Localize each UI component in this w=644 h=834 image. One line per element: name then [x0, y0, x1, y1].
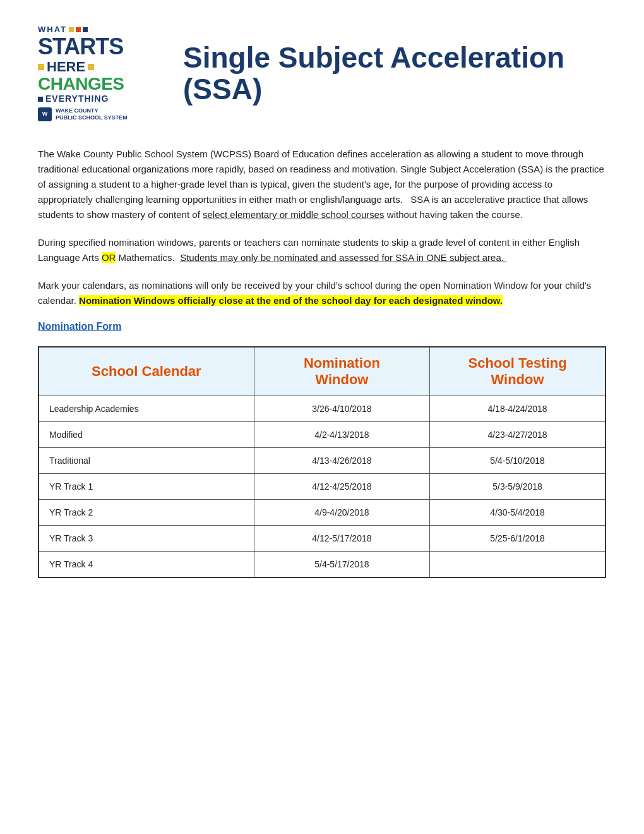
wcpss-text: WAKE COUNTYPUBLIC SCHOOL SYSTEM — [56, 107, 128, 121]
cell-nomination-window: 4/9-4/20/2018 — [254, 500, 429, 526]
wcpss-icon: W — [38, 107, 52, 121]
cell-calendar-name: Leadership Academies — [39, 396, 254, 422]
cell-calendar-name: YR Track 4 — [39, 552, 254, 578]
or-highlight: OR — [102, 252, 116, 263]
cell-testing-window: 4/23-4/27/2018 — [430, 422, 605, 448]
paragraph-1: The Wake County Public School System (WC… — [38, 147, 606, 222]
logo-what-text: WHAT — [38, 25, 67, 34]
col-header-testing: School TestingWindow — [430, 347, 605, 396]
underline-ssa: Students may only be nominated and asses… — [180, 252, 506, 263]
cell-testing-window: 4/30-5/4/2018 — [430, 500, 605, 526]
title-area: Single Subject Acceleration (SSA) — [164, 42, 606, 106]
cell-testing-window: 5/3-5/9/2018 — [430, 474, 605, 500]
col-header-calendar: School Calendar — [39, 347, 254, 396]
logo-sq-blue — [83, 27, 88, 32]
logo-graphic: WHAT STARTS HERE CHANGES EVERYTHING W WA… — [38, 25, 164, 121]
cell-nomination-window: 4/12-5/17/2018 — [254, 526, 429, 552]
logo-sq-yellow — [69, 27, 74, 32]
cell-testing-window: 5/25-6/1/2018 — [430, 526, 605, 552]
main-title: Single Subject Acceleration (SSA) — [183, 42, 606, 106]
logo-area: WHAT STARTS HERE CHANGES EVERYTHING W WA… — [38, 25, 164, 121]
table-row: Modified4/2-4/13/20184/23-4/27/2018 — [39, 422, 605, 448]
cell-calendar-name: YR Track 2 — [39, 500, 254, 526]
cell-nomination-window: 4/12-4/25/2018 — [254, 474, 429, 500]
table-row: YR Track 34/12-5/17/20185/25-6/1/2018 — [39, 526, 605, 552]
cell-calendar-name: Traditional — [39, 448, 254, 474]
table-row: YR Track 24/9-4/20/20184/30-5/4/2018 — [39, 500, 605, 526]
logo-here-text: HERE — [47, 59, 85, 75]
table-row: YR Track 45/4-5/17/2018 — [39, 552, 605, 578]
table-row: YR Track 14/12-4/25/20185/3-5/9/2018 — [39, 474, 605, 500]
logo-changes: CHANGES — [38, 75, 164, 94]
cell-testing-window — [430, 552, 605, 578]
col-header-nomination: NominationWindow — [254, 347, 429, 396]
logo-sq-here-yellow — [38, 64, 44, 70]
wcpss-badge: W WAKE COUNTYPUBLIC SCHOOL SYSTEM — [38, 107, 164, 121]
logo-sq-red — [76, 27, 81, 32]
logo-sq-here-yellow2 — [88, 64, 94, 70]
cell-nomination-window: 4/13-4/26/2018 — [254, 448, 429, 474]
cell-calendar-name: YR Track 1 — [39, 474, 254, 500]
logo-sq-ev — [38, 97, 43, 102]
logo-here-line: HERE — [38, 59, 164, 75]
logo-what: WHAT — [38, 25, 164, 34]
table-header-row: School Calendar NominationWindow School … — [39, 347, 605, 396]
calendar-table: School Calendar NominationWindow School … — [38, 346, 606, 578]
underline-courses: select elementary or middle school cours… — [203, 209, 385, 220]
table-row: Leadership Academies3/26-4/10/20184/18-4… — [39, 396, 605, 422]
cell-nomination-window: 3/26-4/10/2018 — [254, 396, 429, 422]
cell-calendar-name: Modified — [39, 422, 254, 448]
page-header: WHAT STARTS HERE CHANGES EVERYTHING W WA… — [38, 25, 606, 121]
cell-testing-window: 4/18-4/24/2018 — [430, 396, 605, 422]
cell-calendar-name: YR Track 3 — [39, 526, 254, 552]
cell-testing-window: 5/4-5/10/2018 — [430, 448, 605, 474]
cell-nomination-window: 5/4-5/17/2018 — [254, 552, 429, 578]
nomination-form-link[interactable]: Nomination Form — [38, 321, 121, 332]
table-row: Traditional4/13-4/26/20185/4-5/10/2018 — [39, 448, 605, 474]
logo-everything-text: EVERYTHING — [45, 94, 109, 104]
paragraph-2: During specified nomination windows, par… — [38, 235, 606, 265]
logo-everything-line: EVERYTHING — [38, 94, 164, 104]
paragraph-3: Mark your calendars, as nominations will… — [38, 278, 606, 308]
cell-nomination-window: 4/2-4/13/2018 — [254, 422, 429, 448]
highlight-close: Nomination Windows officially close at t… — [79, 295, 503, 306]
logo-starts: STARTS — [38, 34, 164, 59]
